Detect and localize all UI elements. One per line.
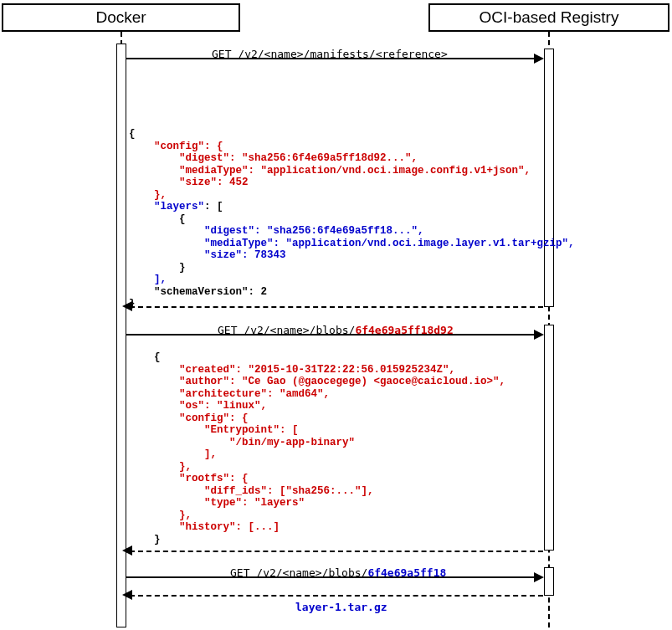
participant-docker: Docker [2,3,240,32]
arrow-head-manifest-response [122,301,132,311]
arrow-layer-response [130,595,543,597]
arrow-config-response [130,551,543,552]
json-config-response: { "created": "2015-10-31T22:22:56.015925… [129,351,505,545]
participant-registry: OCI-based Registry [428,3,669,32]
arrow-head-get-layer-blob [534,572,544,582]
arrow-head-config-response [122,545,132,556]
label-layer-response: layer-1.tar.gz [295,601,387,613]
label-get-manifests: GET /v2/<name>/manifests/<reference> [212,48,448,60]
arrow-head-get-config-blob [534,330,544,340]
activation-registry-2 [544,325,554,551]
arrow-head-layer-response [122,590,132,600]
json-manifest-response: { "config": { "digest": "sha256:6f4e69a5… [129,128,575,310]
activation-docker [116,44,126,627]
activation-registry-3 [544,567,554,596]
arrow-manifest-response [130,306,543,308]
arrow-head-get-manifests [534,54,544,64]
label-get-layer-blob: GET /v2/<name>/blobs/6f4e69a5ff18 [230,566,446,579]
label-get-config-blob: GET /v2/<name>/blobs/6f4e69a5ff18d92 [218,324,454,336]
